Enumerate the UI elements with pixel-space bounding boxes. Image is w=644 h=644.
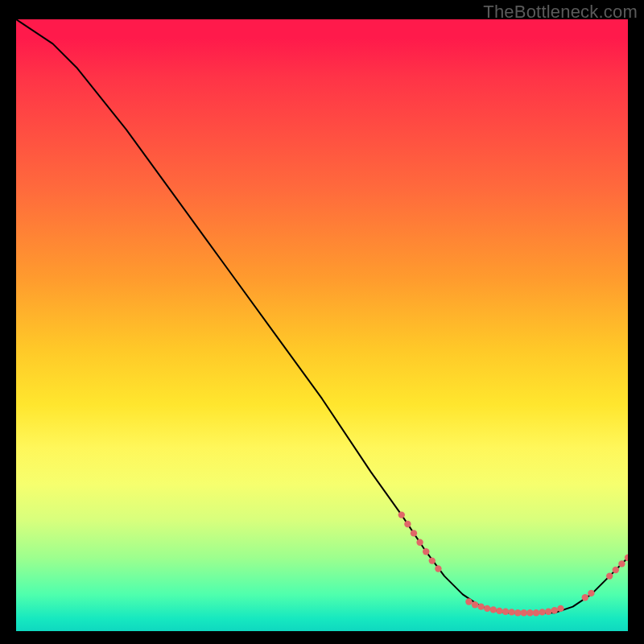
data-marker	[404, 521, 411, 527]
data-marker	[618, 560, 625, 567]
bottleneck-curve	[16, 19, 628, 613]
chart-svg	[16, 19, 628, 631]
data-marker	[545, 609, 551, 615]
data-marker	[526, 609, 533, 616]
data-marker	[606, 572, 613, 579]
data-marker	[539, 609, 545, 615]
data-marker	[398, 511, 405, 518]
data-marker	[588, 590, 594, 597]
data-marker	[551, 607, 558, 613]
data-marker	[472, 601, 478, 608]
data-marker	[557, 605, 564, 612]
data-marker	[613, 567, 619, 573]
data-marker	[490, 606, 497, 613]
data-marker	[429, 557, 436, 564]
data-marker	[411, 530, 417, 536]
chart-frame: TheBottleneck.com	[0, 0, 644, 644]
data-marker	[514, 609, 521, 616]
data-marker	[465, 598, 472, 605]
data-marker	[496, 608, 502, 614]
data-marker	[423, 548, 429, 555]
data-marker	[582, 594, 588, 601]
data-marker	[477, 603, 484, 609]
watermark-text: TheBottleneck.com	[483, 2, 638, 23]
data-marker	[484, 605, 490, 612]
data-marker	[521, 609, 527, 616]
data-marker	[502, 609, 509, 615]
data-marker	[416, 539, 423, 546]
data-marker	[533, 609, 539, 616]
data-marker	[435, 565, 441, 572]
data-marker	[508, 609, 514, 615]
plot-area	[16, 19, 628, 631]
